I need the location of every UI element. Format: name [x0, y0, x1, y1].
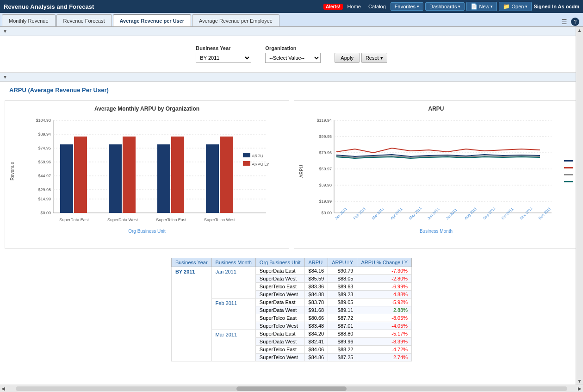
top-nav: Alerts! Home Catalog Favorites ▾ Dashboa…: [323, 2, 579, 11]
organization-label: Organization: [265, 45, 321, 51]
signed-in-label: Signed In As ocdm: [533, 4, 579, 9]
organization-group: Organization --Select Value--: [265, 45, 321, 63]
tab-monthly-revenue[interactable]: Monthly Revenue: [2, 14, 56, 26]
svg-rect-21: [157, 144, 170, 213]
svg-text:$59.96: $59.96: [38, 160, 51, 164]
line-chart-x-label: Business Month: [299, 229, 573, 234]
signed-in-user: ocdm: [566, 4, 579, 9]
collapse-bar[interactable]: ▼: [0, 27, 583, 36]
nav-dashboards[interactable]: Dashboards ▾: [425, 2, 465, 11]
svg-text:$39.98: $39.98: [319, 183, 332, 187]
tabs-right: ☰ ?: [560, 17, 583, 26]
svg-text:SuperData West: SuperData West: [107, 218, 138, 222]
scroll-right-arrow[interactable]: ▶: [577, 386, 583, 391]
svg-text:$0.00: $0.00: [40, 211, 51, 215]
svg-rect-29: [243, 153, 250, 157]
svg-text:Mar 2011: Mar 2011: [371, 206, 385, 221]
svg-text:$119.94: $119.94: [316, 118, 332, 123]
scroll-up-arrow[interactable]: ▲: [577, 28, 582, 33]
bar-chart-svg: $104.93 $89.94 $74.95 $59.96 $44.97 $29.…: [17, 116, 284, 227]
svg-text:$0.00: $0.00: [321, 211, 332, 215]
svg-text:Oct 2011: Oct 2011: [501, 207, 515, 221]
svg-rect-20: [123, 137, 136, 213]
scroll-down-arrow[interactable]: ▼: [577, 379, 582, 384]
svg-text:Jan 2011: Jan 2011: [334, 206, 348, 220]
nav-new[interactable]: 📄 New ▾: [466, 2, 497, 11]
tab-average-revenue-user[interactable]: Average Revenue per User: [113, 14, 192, 26]
line-y-axis-label: ARPU: [299, 116, 304, 227]
alert-badge[interactable]: Alerts!: [323, 4, 343, 10]
organization-select[interactable]: --Select Value--: [265, 53, 321, 63]
line-chart-legend: [561, 116, 573, 227]
bottom-scrollbar[interactable]: ◀ ▶: [0, 385, 583, 392]
favorites-arrow: ▾: [417, 4, 419, 9]
settings-icon[interactable]: ☰: [560, 17, 568, 26]
col-header-change: ARPU % Change LY: [357, 258, 412, 267]
svg-text:$104.93: $104.93: [36, 118, 51, 123]
y-axis-label: Revenue: [10, 116, 15, 227]
svg-text:Jul 2011: Jul 2011: [445, 207, 458, 220]
scroll-thumb[interactable]: [236, 386, 347, 391]
nav-favorites[interactable]: Favorites ▾: [391, 2, 423, 11]
col-header-year: Business Year: [171, 258, 211, 267]
col-header-month: Business Month: [211, 258, 255, 267]
section-title: ARPU (Average Revenue Per User): [0, 82, 583, 96]
svg-text:$19.99: $19.99: [319, 199, 332, 204]
collapse-bar-2[interactable]: ▼: [0, 73, 583, 82]
business-year-label: Business Year: [196, 45, 251, 51]
filter-area: Business Year BY 2011 Organization --Sel…: [0, 36, 583, 73]
right-scrollbar[interactable]: ▲ ▼: [576, 27, 583, 385]
tab-revenue-forecast[interactable]: Revenue Forecast: [56, 14, 112, 26]
svg-text:$44.97: $44.97: [38, 174, 51, 178]
bar-chart-x-label: Org Business Unit: [10, 229, 284, 234]
line-chart-container: ARPU ARPU: [294, 100, 578, 249]
svg-rect-22: [171, 137, 184, 213]
collapse-icon-2: ▼: [3, 75, 7, 80]
svg-text:$59.97: $59.97: [319, 167, 332, 171]
svg-text:Apr 2011: Apr 2011: [390, 207, 403, 221]
dashboards-arrow: ▾: [458, 4, 460, 9]
legend-color-3: [564, 174, 573, 175]
svg-text:$74.95: $74.95: [38, 146, 51, 150]
svg-text:SuperData East: SuperData East: [59, 218, 89, 222]
tabs-left: Monthly Revenue Revenue Forecast Average…: [2, 14, 279, 26]
nav-catalog[interactable]: Catalog: [366, 4, 389, 9]
new-arrow: ▾: [490, 4, 493, 9]
apply-button[interactable]: Apply: [335, 53, 360, 63]
svg-text:$99.95: $99.95: [319, 134, 332, 139]
svg-text:Jun 2011: Jun 2011: [427, 206, 440, 220]
svg-rect-19: [109, 144, 122, 213]
line-chart-area: ARPU $119.9: [299, 116, 573, 227]
data-table: Business Year Business Month Org Busines…: [171, 258, 412, 361]
scroll-track[interactable]: [16, 386, 567, 391]
app-title: Revenue Analysis and Forecast: [4, 3, 94, 10]
svg-text:SuperTelco West: SuperTelco West: [204, 218, 236, 222]
svg-text:$29.98: $29.98: [38, 187, 51, 192]
svg-rect-18: [74, 137, 87, 213]
collapse-icon: ▼: [3, 29, 7, 34]
nav-open[interactable]: 📁 Open ▾: [499, 2, 532, 11]
scroll-left-arrow[interactable]: ◀: [0, 386, 6, 391]
tab-average-revenue-employee[interactable]: Average Revenue per Employee: [192, 14, 279, 26]
svg-text:Nov 2011: Nov 2011: [519, 206, 533, 220]
reset-button[interactable]: Reset ▾: [361, 53, 387, 63]
svg-text:Feb 2011: Feb 2011: [353, 206, 367, 221]
svg-text:May 2011: May 2011: [408, 206, 423, 221]
main-content: ▼ Business Year BY 2011 Organization --S…: [0, 27, 583, 392]
bar-chart-container: Average Monthly ARPU by Organization Rev…: [5, 100, 289, 249]
help-icon[interactable]: ?: [571, 18, 579, 26]
svg-text:$89.94: $89.94: [38, 132, 51, 137]
svg-rect-23: [206, 144, 219, 213]
reset-arrow: ▾: [380, 55, 383, 61]
tabs-row: Monthly Revenue Revenue Forecast Average…: [0, 13, 583, 27]
svg-rect-17: [60, 144, 73, 213]
business-year-group: Business Year BY 2011: [196, 45, 251, 63]
legend-color-2: [564, 167, 573, 168]
line-chart-inner: $119.94 $99.95 $79.96 $59.97 $39.98 $19.…: [306, 116, 561, 227]
col-header-org: Org Business Unit: [255, 258, 304, 267]
svg-text:Sep 2011: Sep 2011: [482, 206, 496, 220]
business-year-select[interactable]: BY 2011: [196, 53, 251, 63]
legend-color-4: [564, 181, 573, 182]
svg-text:Aug 2011: Aug 2011: [464, 206, 478, 220]
nav-home[interactable]: Home: [345, 4, 364, 9]
